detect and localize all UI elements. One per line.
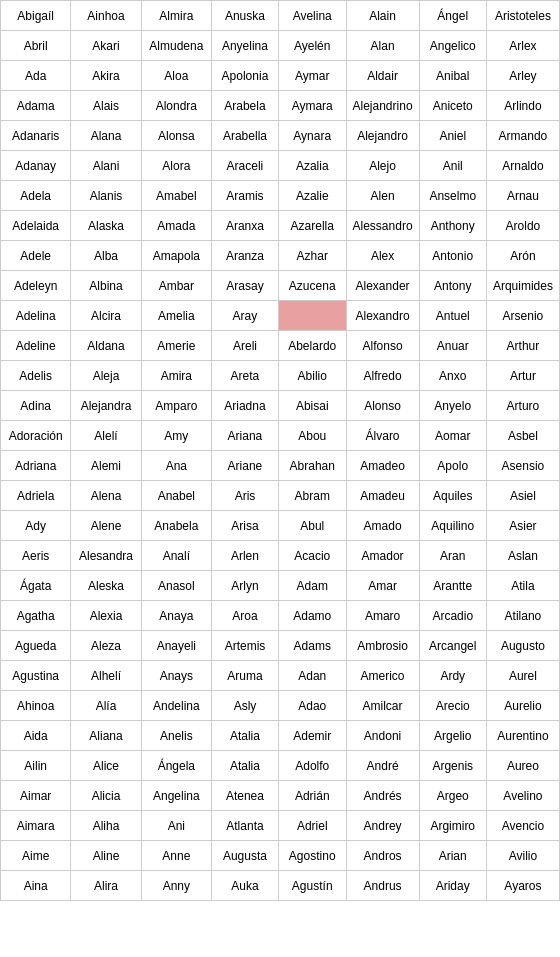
table-cell: Angelico [419, 31, 486, 61]
table-cell: Ayaros [486, 871, 559, 901]
table-cell: Anabela [141, 511, 211, 541]
table-cell: Avelino [486, 781, 559, 811]
table-cell: Azucena [278, 271, 346, 301]
table-cell: Arasay [211, 271, 278, 301]
table-cell: Aniel [419, 121, 486, 151]
table-cell: Aureo [486, 751, 559, 781]
table-cell: Adamo [278, 601, 346, 631]
table-cell: Areta [211, 361, 278, 391]
table-cell: Adelis [1, 361, 71, 391]
table-cell: Ariadna [211, 391, 278, 421]
table-cell: Arlen [211, 541, 278, 571]
table-cell: Adriana [1, 451, 71, 481]
table-cell: Alais [71, 91, 141, 121]
table-cell: Ademir [278, 721, 346, 751]
table-cell: Abrahan [278, 451, 346, 481]
table-cell: Amilcar [346, 691, 419, 721]
table-cell: Amar [346, 571, 419, 601]
table-cell: Aquiles [419, 481, 486, 511]
table-cell: Aleza [71, 631, 141, 661]
table-cell: Anny [141, 871, 211, 901]
table-cell: Atilano [486, 601, 559, 631]
table-cell: Aris [211, 481, 278, 511]
table-cell: Anelis [141, 721, 211, 751]
table-cell: Aymar [278, 61, 346, 91]
table-cell: Adao [278, 691, 346, 721]
table-cell: Arsenio [486, 301, 559, 331]
table-cell: Arecio [419, 691, 486, 721]
table-cell: Adeline [1, 331, 71, 361]
table-cell: Alanis [71, 181, 141, 211]
table-cell: Alene [71, 511, 141, 541]
table-cell: Anuska [211, 1, 278, 31]
table-cell: Aimara [1, 811, 71, 841]
table-cell: Anayeli [141, 631, 211, 661]
table-cell: Artemis [211, 631, 278, 661]
table-cell: Adan [278, 661, 346, 691]
table-cell: Andoni [346, 721, 419, 751]
table-cell: Ahinoa [1, 691, 71, 721]
table-cell: Aroa [211, 601, 278, 631]
table-cell: Armando [486, 121, 559, 151]
table-cell: Amador [346, 541, 419, 571]
table-cell: Adoración [1, 421, 71, 451]
table-cell: Alonsa [141, 121, 211, 151]
table-cell: Aldana [71, 331, 141, 361]
table-cell: Aslan [486, 541, 559, 571]
table-cell: Andrus [346, 871, 419, 901]
table-cell: Anaya [141, 601, 211, 631]
table-cell: Ada [1, 61, 71, 91]
table-cell: Alexia [71, 601, 141, 631]
table-cell: Anays [141, 661, 211, 691]
table-cell: Akira [71, 61, 141, 91]
table-cell: Alemi [71, 451, 141, 481]
table-cell: Atalia [211, 721, 278, 751]
table-cell: Apolonia [211, 61, 278, 91]
table-cell: Alana [71, 121, 141, 151]
table-cell: Alía [71, 691, 141, 721]
table-cell: Alena [71, 481, 141, 511]
table-cell: Alelí [71, 421, 141, 451]
table-cell: Abril [1, 31, 71, 61]
table-cell: Antonio [419, 241, 486, 271]
table-cell: Anselmo [419, 181, 486, 211]
table-cell: Ángel [419, 1, 486, 31]
table-cell: Alfredo [346, 361, 419, 391]
table-cell: Amparo [141, 391, 211, 421]
table-cell: Anyelo [419, 391, 486, 421]
table-cell: Arlindo [486, 91, 559, 121]
table-cell: Abram [278, 481, 346, 511]
table-cell: Asbel [486, 421, 559, 451]
table-cell: Adela [1, 181, 71, 211]
table-cell: Ailin [1, 751, 71, 781]
table-cell: Alaska [71, 211, 141, 241]
table-cell: Arcadio [419, 601, 486, 631]
table-cell: Alhelí [71, 661, 141, 691]
table-cell: Arnaldo [486, 151, 559, 181]
table-cell: Amy [141, 421, 211, 451]
table-cell: Ágata [1, 571, 71, 601]
table-cell: Álvaro [346, 421, 419, 451]
table-cell: Aroldo [486, 211, 559, 241]
table-cell: Akari [71, 31, 141, 61]
table-cell: Amadeu [346, 481, 419, 511]
table-cell: Ana [141, 451, 211, 481]
table-cell: Ani [141, 811, 211, 841]
table-cell: Aline [71, 841, 141, 871]
table-cell: Asiel [486, 481, 559, 511]
table-cell: Alani [71, 151, 141, 181]
table-cell: Azalie [278, 181, 346, 211]
table-cell: Abou [278, 421, 346, 451]
table-cell: Arnau [486, 181, 559, 211]
table-cell: Aniceto [419, 91, 486, 121]
table-cell: Agustina [1, 661, 71, 691]
table-cell: Avencio [486, 811, 559, 841]
table-cell: Agostino [278, 841, 346, 871]
table-cell: Amelia [141, 301, 211, 331]
table-cell: Adelina [1, 301, 71, 331]
table-cell: Americo [346, 661, 419, 691]
table-cell: Abilio [278, 361, 346, 391]
table-cell: Aldair [346, 61, 419, 91]
table-cell: Alicia [71, 781, 141, 811]
table-cell: Alexandro [346, 301, 419, 331]
